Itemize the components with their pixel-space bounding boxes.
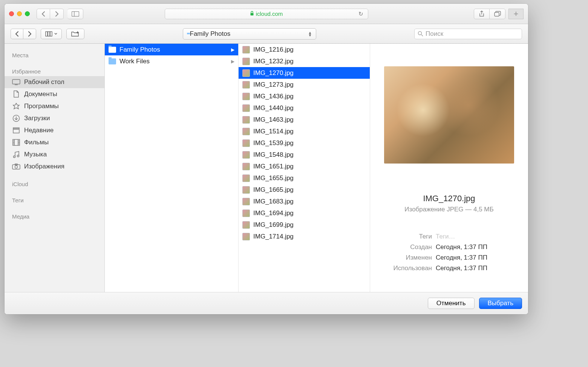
- file-thumbnail-icon: [242, 69, 250, 77]
- file-label: IMG_1440.jpg: [253, 104, 294, 112]
- desktop-icon: [12, 78, 20, 86]
- finder-nav-buttons: [11, 29, 36, 39]
- file-thumbnail-icon: [242, 221, 250, 229]
- zoom-window-button[interactable]: [25, 11, 30, 16]
- sidebar-item-label: Рабочий стол: [24, 78, 64, 86]
- file-row[interactable]: IMG_1232.jpg: [239, 55, 370, 67]
- meta-created-label: Создан: [379, 243, 436, 251]
- sidebar-item-doc[interactable]: Документы: [5, 88, 104, 100]
- file-thumbnail-icon: [242, 209, 250, 217]
- search-icon: [418, 31, 423, 37]
- column-folders: Family Photos▶Work Files▶: [105, 44, 239, 292]
- tabs-button[interactable]: [490, 9, 505, 19]
- close-window-button[interactable]: [9, 11, 14, 16]
- file-row[interactable]: IMG_1665.jpg: [239, 184, 370, 196]
- file-row[interactable]: IMG_1651.jpg: [239, 161, 370, 172]
- file-row[interactable]: IMG_1440.jpg: [239, 102, 370, 114]
- cancel-button[interactable]: Отменить: [428, 298, 475, 309]
- finder-back-button[interactable]: [11, 29, 23, 39]
- sidebar-item-app[interactable]: Программы: [5, 100, 104, 112]
- new-folder-button[interactable]: [66, 29, 84, 39]
- file-row[interactable]: IMG_1273.jpg: [239, 79, 370, 90]
- doc-icon: [12, 90, 20, 98]
- folder-icon: [109, 58, 116, 64]
- file-row[interactable]: IMG_1216.jpg: [239, 44, 370, 55]
- file-picker-window: icloud.com ↻ + Family Photos ▲▼ Поиск: [5, 4, 528, 314]
- file-label: IMG_1548.jpg: [253, 151, 294, 159]
- browser-title-bar: icloud.com ↻ +: [5, 4, 528, 24]
- meta-modified-label: Изменен: [379, 254, 436, 261]
- file-label: IMG_1463.jpg: [253, 116, 294, 124]
- file-row[interactable]: IMG_1714.jpg: [239, 231, 370, 242]
- folder-row[interactable]: Work Files▶: [105, 55, 238, 67]
- browser-back-button[interactable]: [37, 9, 50, 19]
- file-row[interactable]: IMG_1694.jpg: [239, 207, 370, 219]
- file-label: IMG_1694.jpg: [253, 209, 294, 217]
- sidebar-item-recent[interactable]: Недавние: [5, 124, 104, 136]
- file-thumbnail-icon: [242, 139, 250, 147]
- new-tab-button[interactable]: +: [508, 9, 524, 19]
- svg-point-26: [17, 155, 19, 157]
- chevron-right-icon: ▶: [231, 59, 234, 64]
- finder-forward-button[interactable]: [23, 29, 36, 39]
- sidebar-item-label: Музыка: [24, 151, 47, 158]
- address-bar[interactable]: icloud.com ↻: [165, 9, 368, 19]
- view-mode-button[interactable]: [41, 29, 62, 39]
- sidebar-toggle-group: [67, 9, 83, 19]
- file-label: IMG_1436.jpg: [253, 93, 294, 100]
- url-host: icloud.com: [256, 11, 283, 17]
- sidebar: МестаИзбранноеРабочий столДокументыПрогр…: [5, 44, 105, 292]
- minimize-window-button[interactable]: [17, 11, 22, 16]
- browser-forward-button[interactable]: [50, 9, 64, 19]
- folder-row[interactable]: Family Photos▶: [105, 44, 238, 55]
- nav-history-buttons: [37, 9, 64, 19]
- share-button[interactable]: [474, 9, 490, 19]
- file-row[interactable]: IMG_1539.jpg: [239, 137, 370, 149]
- file-label: IMG_1655.jpg: [253, 174, 294, 182]
- sidebar-item-movie[interactable]: Фильмы: [5, 136, 104, 148]
- sidebar-toggle-button[interactable]: [67, 9, 83, 19]
- path-dropdown[interactable]: Family Photos ▲▼: [183, 28, 316, 40]
- sidebar-item-desktop[interactable]: Рабочий стол: [5, 76, 104, 88]
- file-label: IMG_1232.jpg: [253, 58, 294, 65]
- svg-rect-3: [495, 12, 499, 16]
- file-thumbnail-icon: [242, 186, 250, 194]
- sidebar-item-music[interactable]: Музыка: [5, 148, 104, 161]
- file-thumbnail-icon: [242, 174, 250, 182]
- file-thumbnail-icon: [242, 93, 250, 100]
- svg-rect-0: [72, 11, 79, 16]
- download-icon: [12, 115, 20, 122]
- sidebar-section-header: Места: [5, 50, 104, 60]
- file-row[interactable]: IMG_1548.jpg: [239, 149, 370, 161]
- file-thumbnail-icon: [242, 104, 250, 112]
- music-icon: [12, 151, 20, 158]
- folder-label: Family Photos: [119, 46, 160, 54]
- sidebar-item-photo[interactable]: Изображения: [5, 161, 104, 173]
- preview-description: Изображение JPEG — 4,5 МБ: [404, 206, 493, 213]
- file-label: IMG_1216.jpg: [253, 46, 294, 54]
- file-row[interactable]: IMG_1270.jpg: [239, 67, 370, 79]
- chevron-right-icon: ▶: [231, 47, 234, 52]
- file-row[interactable]: IMG_1655.jpg: [239, 172, 370, 184]
- file-row[interactable]: IMG_1514.jpg: [239, 125, 370, 137]
- sidebar-section-header: Теги: [5, 195, 104, 205]
- preview-pane: IMG_1270.jpg Изображение JPEG — 4,5 МБ Т…: [370, 44, 528, 292]
- file-row[interactable]: IMG_1463.jpg: [239, 114, 370, 125]
- file-thumbnail-icon: [242, 46, 250, 54]
- svg-line-10: [421, 35, 423, 36]
- file-row[interactable]: IMG_1699.jpg: [239, 219, 370, 231]
- file-row[interactable]: IMG_1436.jpg: [239, 90, 370, 102]
- file-thumbnail-icon: [242, 151, 250, 159]
- sidebar-item-download[interactable]: Загрузки: [5, 112, 104, 124]
- file-label: IMG_1514.jpg: [253, 128, 294, 135]
- choose-button[interactable]: Выбрать: [479, 298, 522, 309]
- svg-rect-6: [50, 32, 52, 36]
- reload-icon[interactable]: ↻: [358, 11, 363, 17]
- meta-tags-value[interactable]: Теги…: [436, 233, 519, 240]
- file-row[interactable]: IMG_1683.jpg: [239, 196, 370, 207]
- svg-point-25: [14, 156, 15, 158]
- search-field[interactable]: Поиск: [414, 29, 522, 39]
- file-label: IMG_1270.jpg: [253, 69, 294, 77]
- dialog-footer: Отменить Выбрать: [5, 292, 528, 314]
- photo-icon: [12, 163, 20, 170]
